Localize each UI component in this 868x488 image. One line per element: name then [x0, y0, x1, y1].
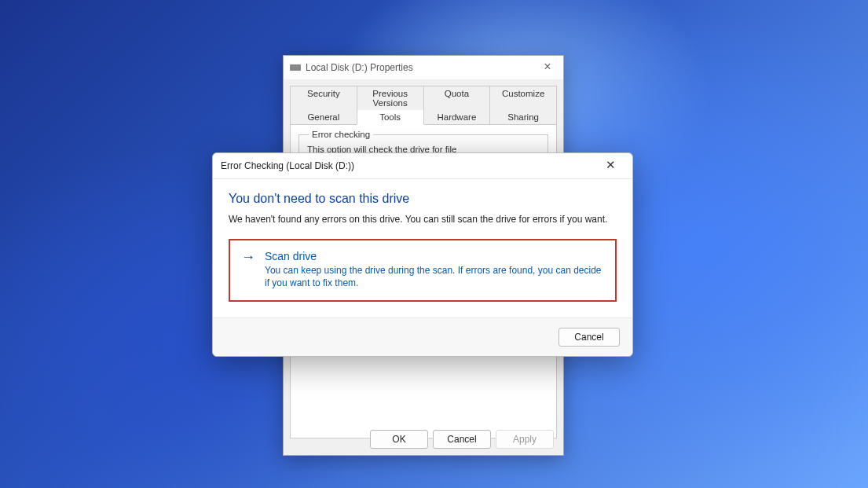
error-dialog-footer: Cancel	[213, 317, 632, 356]
properties-titlebar[interactable]: Local Disk (D:) Properties ×	[284, 56, 563, 79]
cancel-button[interactable]: Cancel	[559, 328, 620, 347]
tab-hardware[interactable]: Hardware	[423, 110, 491, 125]
ok-button[interactable]: OK	[370, 430, 428, 449]
close-icon[interactable]: ✕	[596, 154, 624, 178]
close-icon[interactable]: ×	[532, 56, 563, 79]
scan-desc: You can keep using the drive during the …	[265, 264, 604, 289]
tab-previous-versions[interactable]: Previous Versions	[357, 86, 424, 110]
error-dialog-title: Error Checking (Local Disk (D:))	[221, 160, 354, 171]
error-dialog-headline: You don't need to scan this drive	[229, 192, 617, 206]
properties-buttons: OK Cancel Apply	[370, 430, 554, 449]
error-dialog-titlebar[interactable]: Error Checking (Local Disk (D:)) ✕	[213, 153, 632, 178]
tab-security[interactable]: Security	[290, 86, 357, 110]
error-dialog-body: You don't need to scan this drive We hav…	[213, 178, 632, 317]
cancel-button[interactable]: Cancel	[433, 430, 491, 449]
tab-sharing[interactable]: Sharing	[489, 110, 557, 125]
scan-title: Scan drive	[265, 250, 604, 262]
error-checking-dialog: Error Checking (Local Disk (D:)) ✕ You d…	[212, 152, 633, 357]
tab-tools[interactable]: Tools	[357, 110, 424, 125]
arrow-right-icon: →	[241, 250, 255, 289]
apply-button: Apply	[496, 430, 554, 449]
error-dialog-subtext: We haven't found any errors on this driv…	[229, 214, 617, 225]
scan-text: Scan drive You can keep using the drive …	[265, 250, 604, 289]
error-checking-legend: Error checking	[309, 130, 373, 139]
scan-drive-option[interactable]: → Scan drive You can keep using the driv…	[229, 239, 617, 302]
drive-icon	[290, 64, 301, 71]
tab-customize[interactable]: Customize	[489, 86, 557, 110]
properties-title: Local Disk (D:) Properties	[306, 62, 532, 73]
tab-row-2: General Tools Hardware Sharing	[290, 110, 557, 125]
tab-general[interactable]: General	[290, 110, 357, 125]
tab-quota[interactable]: Quota	[423, 86, 491, 110]
tab-row-1: Security Previous Versions Quota Customi…	[290, 86, 557, 110]
